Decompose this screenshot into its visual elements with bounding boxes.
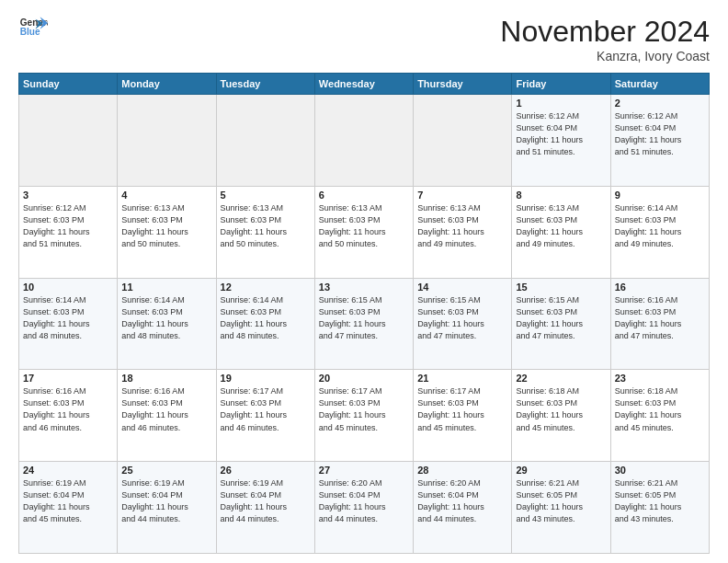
day-info: Sunrise: 6:16 AMSunset: 6:03 PMDaylight:…	[121, 385, 211, 433]
col-saturday: Saturday	[610, 74, 709, 95]
day-number: 15	[516, 282, 606, 293]
table-row: 11Sunrise: 6:14 AMSunset: 6:03 PMDayligh…	[118, 278, 216, 370]
day-info: Sunrise: 6:19 AMSunset: 6:04 PMDaylight:…	[23, 477, 113, 525]
day-number: 9	[615, 190, 705, 201]
page-title: November 2024	[500, 15, 710, 49]
day-number: 11	[121, 282, 211, 293]
table-row: 17Sunrise: 6:16 AMSunset: 6:03 PMDayligh…	[19, 370, 118, 462]
day-info: Sunrise: 6:14 AMSunset: 6:03 PMDaylight:…	[615, 202, 705, 250]
day-number: 27	[319, 465, 409, 476]
day-number: 8	[516, 190, 606, 201]
table-row: 2Sunrise: 6:12 AMSunset: 6:04 PMDaylight…	[610, 95, 709, 187]
table-row: 14Sunrise: 6:15 AMSunset: 6:03 PMDayligh…	[414, 278, 512, 370]
table-row	[314, 95, 413, 187]
calendar-week-row: 3Sunrise: 6:12 AMSunset: 6:03 PMDaylight…	[19, 186, 710, 278]
day-number: 28	[417, 465, 507, 476]
day-number: 21	[417, 373, 507, 384]
col-wednesday: Wednesday	[314, 74, 413, 95]
day-info: Sunrise: 6:20 AMSunset: 6:04 PMDaylight:…	[319, 477, 409, 525]
day-info: Sunrise: 6:15 AMSunset: 6:03 PMDaylight:…	[516, 294, 606, 342]
day-info: Sunrise: 6:13 AMSunset: 6:03 PMDaylight:…	[221, 202, 311, 250]
table-row: 6Sunrise: 6:13 AMSunset: 6:03 PMDaylight…	[314, 186, 413, 278]
day-info: Sunrise: 6:15 AMSunset: 6:03 PMDaylight:…	[319, 294, 409, 342]
day-number: 29	[516, 465, 606, 476]
table-row: 16Sunrise: 6:16 AMSunset: 6:03 PMDayligh…	[610, 278, 709, 370]
page-subtitle: Kanzra, Ivory Coast	[500, 49, 710, 63]
table-row: 5Sunrise: 6:13 AMSunset: 6:03 PMDaylight…	[216, 186, 314, 278]
day-number: 26	[221, 465, 311, 476]
table-row: 9Sunrise: 6:14 AMSunset: 6:03 PMDaylight…	[610, 186, 709, 278]
table-row: 21Sunrise: 6:17 AMSunset: 6:03 PMDayligh…	[414, 370, 512, 462]
day-number: 7	[417, 190, 507, 201]
day-info: Sunrise: 6:12 AMSunset: 6:04 PMDaylight:…	[516, 110, 606, 158]
day-number: 14	[417, 282, 507, 293]
day-info: Sunrise: 6:14 AMSunset: 6:03 PMDaylight:…	[121, 294, 211, 342]
table-row: 24Sunrise: 6:19 AMSunset: 6:04 PMDayligh…	[19, 462, 118, 554]
day-number: 2	[615, 98, 705, 109]
day-number: 19	[221, 373, 311, 384]
day-info: Sunrise: 6:18 AMSunset: 6:03 PMDaylight:…	[516, 385, 606, 433]
table-row: 20Sunrise: 6:17 AMSunset: 6:03 PMDayligh…	[314, 370, 413, 462]
day-number: 25	[121, 465, 211, 476]
day-info: Sunrise: 6:16 AMSunset: 6:03 PMDaylight:…	[23, 385, 113, 433]
table-row: 7Sunrise: 6:13 AMSunset: 6:03 PMDaylight…	[414, 186, 512, 278]
table-row: 12Sunrise: 6:14 AMSunset: 6:03 PMDayligh…	[216, 278, 314, 370]
day-info: Sunrise: 6:19 AMSunset: 6:04 PMDaylight:…	[221, 477, 311, 525]
col-sunday: Sunday	[19, 74, 118, 95]
day-number: 30	[615, 465, 705, 476]
table-row: 26Sunrise: 6:19 AMSunset: 6:04 PMDayligh…	[216, 462, 314, 554]
day-info: Sunrise: 6:18 AMSunset: 6:03 PMDaylight:…	[615, 385, 705, 433]
day-info: Sunrise: 6:14 AMSunset: 6:03 PMDaylight:…	[23, 294, 113, 342]
day-info: Sunrise: 6:12 AMSunset: 6:03 PMDaylight:…	[23, 202, 113, 250]
day-info: Sunrise: 6:21 AMSunset: 6:05 PMDaylight:…	[516, 477, 606, 525]
calendar-week-row: 17Sunrise: 6:16 AMSunset: 6:03 PMDayligh…	[19, 370, 710, 462]
day-number: 24	[23, 465, 113, 476]
day-info: Sunrise: 6:13 AMSunset: 6:03 PMDaylight:…	[516, 202, 606, 250]
calendar-header-row: Sunday Monday Tuesday Wednesday Thursday…	[19, 74, 710, 95]
day-number: 6	[319, 190, 409, 201]
col-monday: Monday	[118, 74, 216, 95]
day-number: 12	[221, 282, 311, 293]
day-info: Sunrise: 6:14 AMSunset: 6:03 PMDaylight:…	[221, 294, 311, 342]
logo: General Blue	[18, 15, 48, 40]
day-number: 10	[23, 282, 113, 293]
day-info: Sunrise: 6:13 AMSunset: 6:03 PMDaylight:…	[121, 202, 211, 250]
table-row: 10Sunrise: 6:14 AMSunset: 6:03 PMDayligh…	[19, 278, 118, 370]
table-row: 1Sunrise: 6:12 AMSunset: 6:04 PMDaylight…	[512, 95, 610, 187]
table-row: 29Sunrise: 6:21 AMSunset: 6:05 PMDayligh…	[512, 462, 610, 554]
day-number: 16	[615, 282, 705, 293]
day-info: Sunrise: 6:19 AMSunset: 6:04 PMDaylight:…	[121, 477, 211, 525]
table-row: 23Sunrise: 6:18 AMSunset: 6:03 PMDayligh…	[610, 370, 709, 462]
day-number: 22	[516, 373, 606, 384]
day-number: 5	[221, 190, 311, 201]
calendar-week-row: 10Sunrise: 6:14 AMSunset: 6:03 PMDayligh…	[19, 278, 710, 370]
table-row: 15Sunrise: 6:15 AMSunset: 6:03 PMDayligh…	[512, 278, 610, 370]
table-row: 8Sunrise: 6:13 AMSunset: 6:03 PMDaylight…	[512, 186, 610, 278]
day-info: Sunrise: 6:13 AMSunset: 6:03 PMDaylight:…	[319, 202, 409, 250]
table-row: 19Sunrise: 6:17 AMSunset: 6:03 PMDayligh…	[216, 370, 314, 462]
table-row: 13Sunrise: 6:15 AMSunset: 6:03 PMDayligh…	[314, 278, 413, 370]
table-row: 30Sunrise: 6:21 AMSunset: 6:05 PMDayligh…	[610, 462, 709, 554]
day-number: 17	[23, 373, 113, 384]
day-info: Sunrise: 6:12 AMSunset: 6:04 PMDaylight:…	[615, 110, 705, 158]
day-number: 1	[516, 98, 606, 109]
table-row	[216, 95, 314, 187]
table-row: 4Sunrise: 6:13 AMSunset: 6:03 PMDaylight…	[118, 186, 216, 278]
day-number: 13	[319, 282, 409, 293]
table-row: 25Sunrise: 6:19 AMSunset: 6:04 PMDayligh…	[118, 462, 216, 554]
col-friday: Friday	[512, 74, 610, 95]
logo-icon: General Blue	[18, 15, 48, 40]
day-info: Sunrise: 6:17 AMSunset: 6:03 PMDaylight:…	[319, 385, 409, 433]
title-block: November 2024 Kanzra, Ivory Coast	[500, 15, 710, 63]
table-row	[19, 95, 118, 187]
page: General Blue November 2024 Kanzra, Ivory…	[0, 0, 728, 563]
col-thursday: Thursday	[414, 74, 512, 95]
day-info: Sunrise: 6:17 AMSunset: 6:03 PMDaylight:…	[417, 385, 507, 433]
day-info: Sunrise: 6:16 AMSunset: 6:03 PMDaylight:…	[615, 294, 705, 342]
day-info: Sunrise: 6:15 AMSunset: 6:03 PMDaylight:…	[417, 294, 507, 342]
table-row: 22Sunrise: 6:18 AMSunset: 6:03 PMDayligh…	[512, 370, 610, 462]
day-number: 23	[615, 373, 705, 384]
calendar-week-row: 24Sunrise: 6:19 AMSunset: 6:04 PMDayligh…	[19, 462, 710, 554]
col-tuesday: Tuesday	[216, 74, 314, 95]
svg-text:Blue: Blue	[20, 27, 40, 37]
